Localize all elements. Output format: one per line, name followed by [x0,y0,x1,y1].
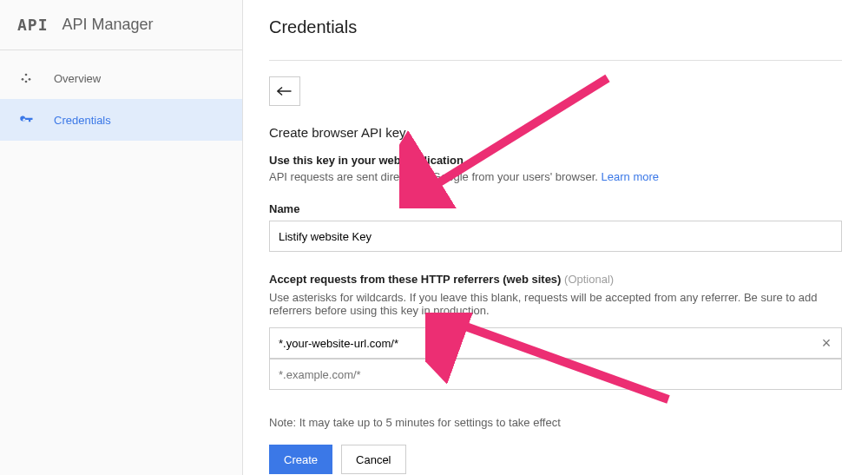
button-row: Create Cancel [269,445,842,474]
svg-point-0 [25,74,28,76]
note-text: Note: It may take up to 5 minutes for se… [269,416,842,429]
sidebar-item-label: Overview [54,72,101,85]
clear-icon[interactable]: × [818,334,835,352]
optional-text: (Optional) [564,273,614,286]
use-description: API requests are sent directly to Google… [269,170,842,183]
learn-more-link[interactable]: Learn more [602,170,659,183]
page-title: Credentials [269,0,842,61]
referrers-label: Accept requests from these HTTP referrer… [269,273,842,286]
referrer-placeholder-input[interactable] [269,359,842,390]
create-button[interactable]: Create [269,445,332,474]
back-arrow-icon [277,85,293,97]
referrer-row: × [269,327,842,359]
overview-icon [17,69,35,87]
api-logo: API [17,16,49,34]
sidebar-item-label: Credentials [54,114,111,127]
sidebar: API API Manager Overview Credentials [0,0,243,475]
app-title: API Manager [62,16,154,34]
sidebar-nav: Overview Credentials [0,49,242,141]
key-icon [17,111,35,129]
svg-point-2 [29,78,31,81]
referrers-description: Use asterisks for wildcards. If you leav… [269,291,842,317]
name-label: Name [269,202,842,215]
section-subtitle: Create browser API key [269,125,842,140]
svg-point-3 [25,81,28,83]
sidebar-header: API API Manager [0,0,242,49]
referrer-input[interactable] [269,327,842,359]
svg-point-1 [22,78,24,81]
cancel-button[interactable]: Cancel [341,445,405,474]
referrers-label-text: Accept requests from these HTTP referrer… [269,273,561,286]
use-desc-text: API requests are sent directly to Google… [269,170,602,183]
sidebar-item-overview[interactable]: Overview [0,57,242,99]
back-button[interactable] [269,76,300,106]
main-content: Credentials Create browser API key Use t… [243,0,868,475]
sidebar-item-credentials[interactable]: Credentials [0,99,242,141]
use-heading: Use this key in your web application [269,154,842,167]
name-input[interactable] [269,221,842,252]
